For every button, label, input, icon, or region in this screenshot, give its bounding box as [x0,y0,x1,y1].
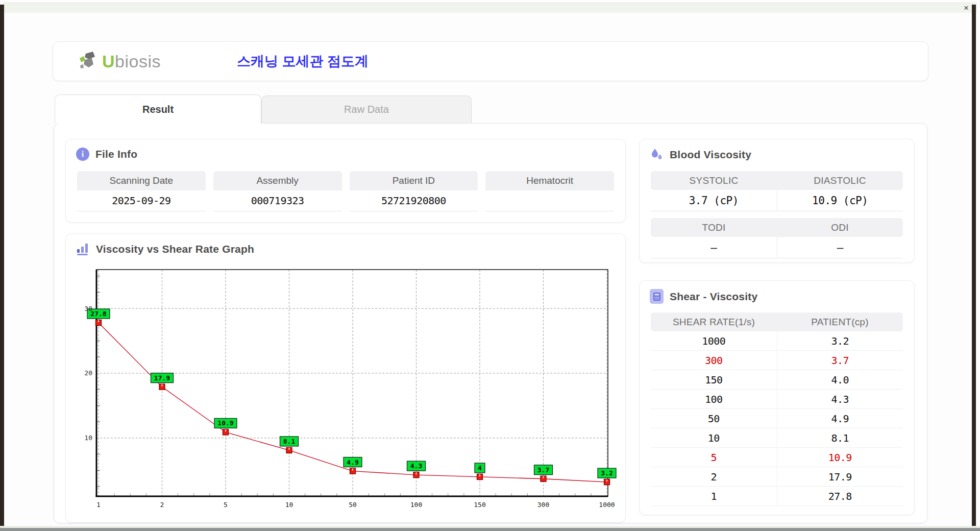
table-row: 510.9 [651,448,903,467]
todi-odi-value-row: – – [651,237,903,258]
window-border-left [0,5,4,526]
viscosity-graph-card: Viscosity vs Shear Rate Graph 27.817.910… [65,233,626,523]
field-hematocrit: Hematocrit [485,171,614,211]
field-label: Scanning Date [77,171,206,190]
file-info-fields: Scanning Date 2025-09-29 Assembly 000719… [77,171,614,211]
svg-text:1: 1 [96,501,101,509]
cell-shear-rate: 1 [651,487,777,505]
svg-text:10: 10 [84,434,92,442]
table-row: 217.9 [651,467,903,487]
cell-patient: 3.7 [777,351,903,370]
table-header-row: SHEAR RATE(1/s) PATIENT(cp) [651,312,903,331]
blood-viscosity-title-row: Blood Viscosity [650,148,751,161]
cell-patient: 17.9 [777,467,903,486]
ubiosis-logo-icon [78,50,100,73]
app-window: × Ubiosis 스캐닝 모세관 점도계 Result Raw Data i … [0,0,980,531]
table-row: 504.9 [651,409,903,428]
graph-title-row: Viscosity vs Shear Rate Graph [76,242,254,256]
field-value: 000719323 [213,190,342,211]
cell-shear-rate: 100 [651,390,777,408]
close-icon[interactable]: × [964,3,969,13]
svg-text:3.2: 3.2 [601,469,612,477]
calculator-icon [650,289,664,304]
graph-title: Viscosity vs Shear Rate Graph [96,243,254,255]
odi-value: – [777,237,903,258]
systolic-label: SYSTOLIC [651,171,777,190]
shear-viscosity-title-row: Shear - Viscosity [650,289,757,304]
blood-viscosity-grid: SYSTOLIC DIASTOLIC 3.7 (cP) 10.9 (cP) TO… [651,171,903,258]
cell-shear-rate: 10 [651,428,777,447]
cell-patient: 4.0 [777,370,903,389]
cell-shear-rate: 2 [651,467,777,486]
cell-patient: 3.2 [777,331,903,350]
svg-text:27.8: 27.8 [90,310,106,318]
cell-patient: 10.9 [777,448,903,467]
cell-shear-rate: 5 [651,448,777,467]
file-info-title-row: i File Info [76,148,137,161]
field-label: Patient ID [350,171,478,190]
droplets-icon [650,148,664,161]
svg-text:100: 100 [410,501,422,509]
svg-text:5: 5 [224,501,228,509]
blood-viscosity-header-row: SYSTOLIC DIASTOLIC [651,171,903,190]
table-row: 3003.7 [651,351,903,370]
field-value [485,190,614,211]
file-info-title: File Info [95,148,137,160]
svg-text:4.9: 4.9 [347,458,358,466]
field-scanning-date: Scanning Date 2025-09-29 [77,171,206,211]
todi-label: TODI [651,218,777,237]
tab-raw-data[interactable]: Raw Data [261,95,472,123]
svg-text:4: 4 [478,464,482,472]
info-icon: i [76,148,89,161]
svg-text:2: 2 [160,501,164,509]
blood-viscosity-card: Blood Viscosity SYSTOLIC DIASTOLIC 3.7 (… [639,139,915,263]
svg-text:50: 50 [349,501,357,509]
cell-shear-rate: 150 [651,370,777,389]
svg-text:150: 150 [474,501,485,509]
app-title-korean: 스캐닝 모세관 점도계 [237,52,369,70]
cell-patient: 27.8 [777,487,903,505]
svg-text:8.1: 8.1 [283,438,296,445]
field-value: 52721920800 [350,190,478,211]
shear-viscosity-title: Shear - Viscosity [670,291,757,303]
tab-result[interactable]: Result [55,94,261,124]
svg-text:1000: 1000 [599,501,615,509]
svg-text:10.9: 10.9 [217,419,233,427]
viscosity-shear-chart: 27.817.910.98.14.94.343.73.2125105010015… [73,263,618,516]
col-shear-rate: SHEAR RATE(1/s) [651,312,777,331]
shear-viscosity-card: Shear - Viscosity SHEAR RATE(1/s) PATIEN… [639,280,915,515]
cell-patient: 4.3 [777,390,903,408]
cell-shear-rate: 1000 [651,331,777,350]
svg-text:10: 10 [285,501,293,509]
svg-text:17.9: 17.9 [154,374,170,382]
svg-text:3.7: 3.7 [537,466,549,474]
svg-text:20: 20 [84,369,92,377]
table-row: 1504.0 [651,370,903,390]
app-header: Ubiosis 스캐닝 모세관 점도계 [53,41,928,81]
tab-result-label: Result [142,104,174,115]
field-patient-id: Patient ID 52721920800 [350,171,478,211]
col-patient: PATIENT(cp) [777,312,903,331]
todi-value: – [651,237,777,258]
cell-shear-rate: 50 [651,409,777,428]
file-info-card: i File Info Scanning Date 2025-09-29 Ass… [65,139,626,223]
ubiosis-logo: Ubiosis [78,50,161,73]
todi-odi-header-row: TODI ODI [651,218,903,237]
field-assembly: Assembly 000719323 [213,171,342,211]
diastolic-label: DIASTOLIC [777,171,903,190]
window-border-bottom [0,528,980,531]
table-row: 10003.2 [651,331,903,351]
cell-shear-rate: 300 [651,351,777,370]
field-label: Hematocrit [485,171,614,190]
field-value: 2025-09-29 [77,190,206,211]
svg-text:300: 300 [537,501,549,509]
systolic-value: 3.7 (cP) [651,190,777,211]
window-titlebar: × [3,3,977,13]
odi-label: ODI [777,218,903,237]
shear-viscosity-table: SHEAR RATE(1/s) PATIENT(cp) 10003.2 3003… [651,312,903,506]
field-label: Assembly [213,171,342,190]
svg-text:4.3: 4.3 [410,462,422,470]
bar-chart-icon [76,242,90,256]
blood-viscosity-value-row: 3.7 (cP) 10.9 (cP) [651,190,903,211]
table-row: 127.8 [651,487,903,506]
